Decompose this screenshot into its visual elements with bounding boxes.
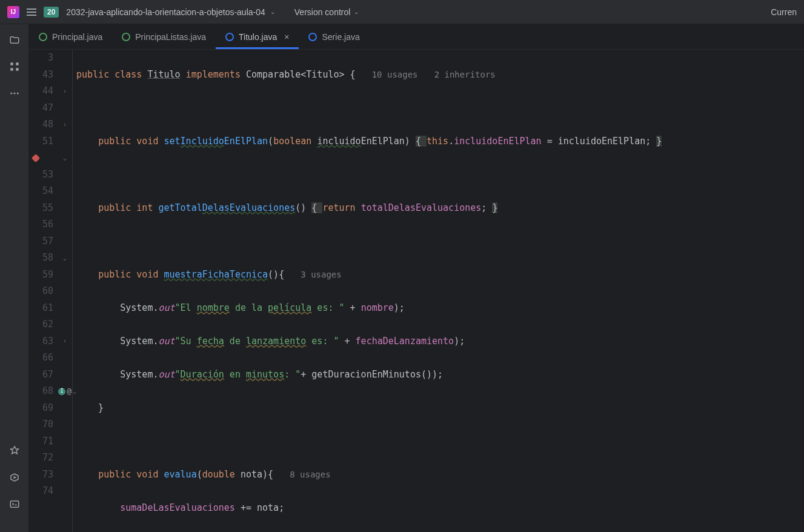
tab-serie[interactable]: Serie.java	[299, 24, 369, 49]
right-toolbar-label: Curren	[771, 7, 797, 17]
override-icon[interactable]: I@⌄	[58, 383, 76, 400]
chevron-down-icon: ⌄	[270, 8, 275, 15]
fold-icon[interactable]: ⌄	[63, 150, 67, 167]
java-run-icon	[39, 33, 47, 41]
svg-point-6	[16, 93, 18, 95]
svg-point-4	[10, 93, 12, 95]
svg-rect-2	[10, 68, 13, 71]
project-name-dropdown[interactable]: 2032-java-aplicando-la-orientacion-a-obj…	[66, 7, 274, 17]
line-number-gutter[interactable]: 3 43 44› 47 48› 51 ⌄ 53 54 55 56 57 58⌄ …	[29, 50, 59, 532]
usages-hint[interactable]: 8 usages	[290, 470, 330, 479]
fold-icon[interactable]: ›	[63, 116, 67, 133]
svg-rect-8	[10, 501, 19, 508]
tab-titulo[interactable]: Titulo.java ×	[216, 24, 299, 49]
java-class-icon	[308, 33, 317, 41]
editor-tabs: Principal.java PrincipaListas.java Titul…	[29, 24, 804, 50]
main-menu-icon[interactable]	[27, 8, 36, 16]
svg-rect-1	[16, 62, 19, 65]
app-icon[interactable]: IJ	[7, 6, 19, 18]
top-toolbar: IJ 20 2032-java-aplicando-la-orientacion…	[0, 0, 804, 24]
tab-principal[interactable]: Principal.java	[29, 24, 112, 49]
usages-hint[interactable]: 10 usages	[372, 70, 418, 79]
fold-icon[interactable]: ›	[63, 83, 67, 100]
version-control-dropdown[interactable]: Version control ⌄	[294, 7, 359, 17]
java-run-icon	[122, 33, 130, 41]
usages-hint[interactable]: 3 usages	[301, 270, 341, 279]
more-tool-icon[interactable]	[8, 87, 21, 99]
fold-icon[interactable]: ›	[63, 333, 67, 350]
project-tool-icon[interactable]	[8, 34, 21, 46]
services-tool-icon[interactable]	[8, 471, 21, 484]
terminal-tool-icon[interactable]	[8, 498, 21, 510]
tab-principalistas[interactable]: PrincipaListas.java	[112, 24, 216, 49]
breakpoint-icon[interactable]	[32, 154, 40, 162]
svg-rect-3	[16, 68, 19, 71]
left-sidebar	[0, 24, 29, 532]
structure-tool-icon[interactable]	[8, 61, 21, 73]
close-tab-icon[interactable]: ×	[284, 32, 289, 42]
chevron-down-icon: ⌄	[354, 8, 359, 15]
svg-rect-0	[10, 62, 13, 65]
java-class-icon	[225, 33, 234, 41]
svg-point-5	[13, 93, 15, 95]
sdk-badge[interactable]: 20	[44, 7, 59, 18]
build-tool-icon[interactable]	[8, 445, 21, 457]
fold-icon[interactable]: ⌄	[63, 250, 67, 267]
code-editor[interactable]: public class Titulo implements Comparabl…	[73, 50, 804, 532]
inheritors-hint[interactable]: 2 inheritors	[434, 70, 496, 79]
